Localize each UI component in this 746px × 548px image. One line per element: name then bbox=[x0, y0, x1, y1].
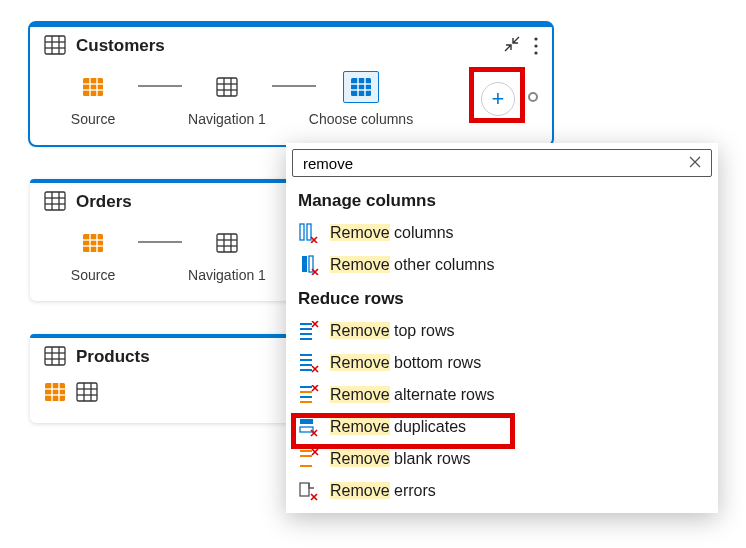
table-icon bbox=[44, 346, 66, 368]
svg-point-17 bbox=[534, 37, 537, 40]
menu-item-label: Remove duplicates bbox=[330, 418, 466, 436]
query-card-customers[interactable]: Customers Source Navigation 1 Choose col… bbox=[30, 23, 552, 145]
menu-item-label: Remove errors bbox=[330, 482, 436, 500]
svg-point-18 bbox=[534, 44, 537, 47]
remove-blank-rows-icon bbox=[298, 449, 320, 469]
menu-item-label: Remove blank rows bbox=[330, 450, 471, 468]
svg-rect-38 bbox=[300, 419, 313, 424]
menu-item-label: Remove top rows bbox=[330, 322, 455, 340]
connector-line bbox=[138, 85, 182, 87]
card-title: Customers bbox=[76, 36, 165, 56]
connector-line bbox=[272, 85, 316, 87]
connector-node[interactable] bbox=[528, 92, 538, 102]
table-icon bbox=[44, 191, 66, 213]
remove-errors-icon bbox=[298, 481, 320, 501]
menu-item-remove-columns[interactable]: Remove columns bbox=[286, 217, 718, 249]
step-source[interactable]: Source bbox=[48, 227, 138, 283]
remove-other-columns-icon bbox=[298, 255, 320, 275]
menu-item-label: Remove bottom rows bbox=[330, 354, 481, 372]
remove-duplicates-icon bbox=[298, 417, 320, 437]
step-navigation-1[interactable]: Navigation 1 bbox=[182, 227, 272, 283]
svg-rect-22 bbox=[300, 224, 304, 240]
table-icon bbox=[44, 35, 66, 57]
card-title: Products bbox=[76, 347, 150, 367]
search-input[interactable] bbox=[292, 149, 712, 177]
add-step-button[interactable]: + bbox=[481, 82, 515, 116]
remove-bottom-rows-icon bbox=[298, 353, 320, 373]
svg-point-19 bbox=[534, 51, 537, 54]
svg-rect-43 bbox=[300, 483, 309, 496]
menu-item-remove-errors[interactable]: Remove errors bbox=[286, 475, 718, 507]
step-source[interactable]: Source bbox=[48, 71, 138, 127]
clear-search-icon[interactable] bbox=[688, 153, 702, 174]
menu-section-manage-columns: Manage columns bbox=[286, 183, 718, 217]
table-outline-icon bbox=[76, 382, 98, 405]
table-orange-icon bbox=[44, 382, 66, 405]
remove-alt-rows-icon bbox=[298, 385, 320, 405]
svg-rect-23 bbox=[307, 224, 311, 240]
step-navigation-1[interactable]: Navigation 1 bbox=[182, 71, 272, 127]
menu-item-label: Remove other columns bbox=[330, 256, 495, 274]
menu-item-label: Remove alternate rows bbox=[330, 386, 495, 404]
menu-item-remove-other-columns[interactable]: Remove other columns bbox=[286, 249, 718, 281]
menu-item-remove-bottom-rows[interactable]: Remove bottom rows bbox=[286, 347, 718, 379]
menu-item-remove-top-rows[interactable]: Remove top rows bbox=[286, 315, 718, 347]
remove-top-rows-icon bbox=[298, 321, 320, 341]
remove-columns-icon bbox=[298, 223, 320, 243]
more-icon[interactable] bbox=[534, 37, 538, 55]
connector-line bbox=[138, 241, 182, 243]
action-menu: Manage columns Remove columns Remove oth… bbox=[286, 143, 718, 513]
step-choose-columns[interactable]: Choose columns bbox=[316, 71, 406, 127]
menu-item-label: Remove columns bbox=[330, 224, 454, 242]
collapse-icon[interactable] bbox=[504, 36, 520, 56]
svg-rect-39 bbox=[300, 427, 313, 432]
menu-item-remove-blank-rows[interactable]: Remove blank rows bbox=[286, 443, 718, 475]
menu-item-remove-alternate-rows[interactable]: Remove alternate rows bbox=[286, 379, 718, 411]
menu-section-reduce-rows: Reduce rows bbox=[286, 281, 718, 315]
menu-item-remove-duplicates[interactable]: Remove duplicates bbox=[286, 411, 718, 443]
svg-rect-24 bbox=[302, 256, 307, 272]
card-title: Orders bbox=[76, 192, 132, 212]
